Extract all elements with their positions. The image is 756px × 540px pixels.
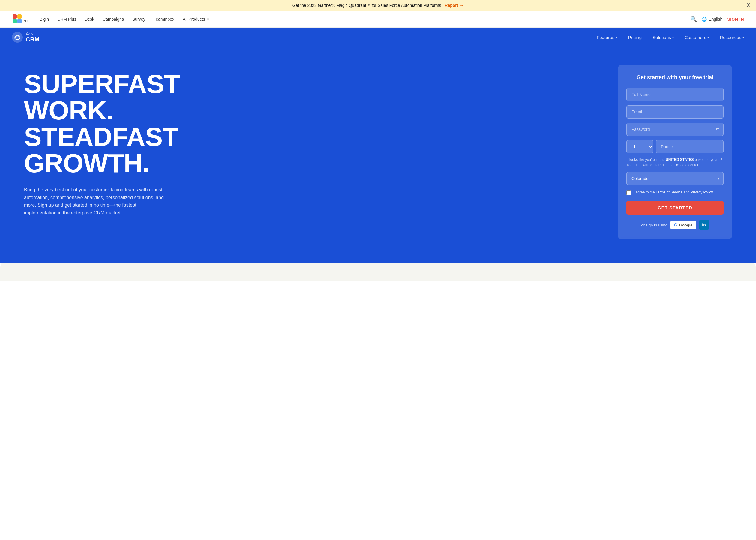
- form-card: Get started with your free trial 👁 +1 It…: [618, 65, 732, 239]
- resources-chevron-icon: ▾: [742, 36, 744, 39]
- announcement-link[interactable]: Report →: [444, 3, 463, 8]
- nav-bigin[interactable]: Bigin: [40, 17, 49, 22]
- hero-left: SUPERFAST WORK. STEADFAST GROWTH. Bring …: [24, 65, 618, 216]
- all-products-label: All Products: [183, 17, 205, 22]
- svg-rect-1: [17, 14, 22, 19]
- state-select-wrapper: Colorado ▾: [626, 172, 724, 185]
- get-started-button[interactable]: GET STARTED: [626, 201, 724, 215]
- terms-text: I agree to the Terms of Service and Priv…: [634, 190, 714, 195]
- hero-form-container: Get started with your free trial 👁 +1 It…: [618, 65, 732, 239]
- crm-nav: Zoho CRM Features ▾ Pricing Solutions ▾ …: [0, 28, 756, 47]
- password-wrapper: 👁: [626, 123, 724, 136]
- google-label: Google: [679, 223, 693, 227]
- social-signin: or sign in using G Google in: [626, 220, 724, 230]
- terms-of-service-link[interactable]: Terms of Service: [656, 190, 683, 195]
- nav-survey[interactable]: Survey: [132, 17, 146, 22]
- svg-text:ZOHO: ZOHO: [23, 20, 28, 23]
- crm-logo-icon: [12, 32, 23, 43]
- zoho-logo-area[interactable]: ZOHO: [12, 14, 28, 25]
- announcement-bar: Get the 2023 Gartner® Magic Quadrant™ fo…: [0, 0, 756, 11]
- state-select[interactable]: Colorado: [626, 172, 724, 185]
- location-hint: It looks like you're in the UNITED STATE…: [626, 157, 724, 168]
- crm-nav-solutions[interactable]: Solutions ▾: [653, 35, 674, 40]
- email-field[interactable]: [626, 105, 724, 118]
- features-chevron-icon: ▾: [616, 36, 617, 39]
- privacy-policy-link[interactable]: Privacy Policy: [691, 190, 713, 195]
- hero-section: SUPERFAST WORK. STEADFAST GROWTH. Bring …: [0, 47, 756, 263]
- country-code-select[interactable]: +1: [626, 140, 653, 153]
- linkedin-icon: in: [702, 222, 705, 227]
- search-icon: 🔍: [690, 16, 697, 23]
- linkedin-signin-button[interactable]: in: [699, 220, 709, 230]
- crm-nav-customers[interactable]: Customers ▾: [685, 35, 709, 40]
- crm-logo-zoho: Zoho: [26, 32, 40, 35]
- nav-campaigns[interactable]: Campaigns: [103, 17, 124, 22]
- crm-logo-crm: CRM: [26, 36, 40, 43]
- google-icon: G: [674, 222, 678, 227]
- top-nav-right: 🔍 🌐 English SIGN IN: [690, 16, 744, 23]
- svg-rect-0: [13, 14, 17, 19]
- sign-in-button[interactable]: SIGN IN: [727, 17, 744, 22]
- crm-nav-pricing[interactable]: Pricing: [628, 35, 642, 40]
- language-label: English: [708, 17, 722, 22]
- eye-icon: 👁: [714, 127, 719, 132]
- solutions-chevron-icon: ▾: [672, 36, 674, 39]
- or-sign-in-text: or sign in using: [641, 223, 667, 227]
- top-nav: ZOHO Bigin CRM Plus Desk Campaigns Surve…: [0, 11, 756, 28]
- terms-checkbox[interactable]: [626, 191, 631, 195]
- nav-teaminbox[interactable]: TeamInbox: [154, 17, 174, 22]
- full-name-field[interactable]: [626, 88, 724, 101]
- nav-crm-plus[interactable]: CRM Plus: [57, 17, 76, 22]
- phone-row: +1: [626, 140, 724, 153]
- phone-field[interactable]: [656, 140, 724, 153]
- svg-rect-2: [13, 19, 17, 23]
- announcement-text: Get the 2023 Gartner® Magic Quadrant™ fo…: [293, 3, 441, 8]
- terms-row: I agree to the Terms of Service and Priv…: [626, 190, 724, 195]
- crm-logo[interactable]: Zoho CRM: [12, 32, 40, 43]
- zoho-logo-icon: ZOHO: [12, 14, 28, 25]
- hero-headline: SUPERFAST WORK. STEADFAST GROWTH.: [24, 71, 606, 177]
- form-title: Get started with your free trial: [626, 74, 724, 81]
- toggle-password-button[interactable]: 👁: [714, 127, 719, 132]
- svg-rect-3: [17, 19, 22, 23]
- crm-cloud-icon: [14, 34, 21, 41]
- all-products-button[interactable]: All Products ▾: [183, 17, 209, 22]
- announcement-close-button[interactable]: X: [747, 3, 750, 8]
- nav-desk[interactable]: Desk: [84, 17, 94, 22]
- crm-nav-links: Features ▾ Pricing Solutions ▾ Customers…: [597, 35, 744, 40]
- google-signin-button[interactable]: G Google: [671, 221, 696, 229]
- crm-nav-features[interactable]: Features ▾: [597, 35, 617, 40]
- top-nav-links: Bigin CRM Plus Desk Campaigns Survey Tea…: [40, 17, 690, 22]
- language-button[interactable]: 🌐 English: [702, 17, 722, 22]
- customers-chevron-icon: ▾: [707, 36, 709, 39]
- password-field[interactable]: [626, 123, 724, 136]
- globe-icon: 🌐: [702, 17, 707, 22]
- crm-nav-resources[interactable]: Resources ▾: [720, 35, 744, 40]
- hero-subtext: Bring the very best out of your customer…: [24, 186, 168, 216]
- search-button[interactable]: 🔍: [690, 16, 697, 23]
- chevron-down-icon: ▾: [207, 17, 209, 22]
